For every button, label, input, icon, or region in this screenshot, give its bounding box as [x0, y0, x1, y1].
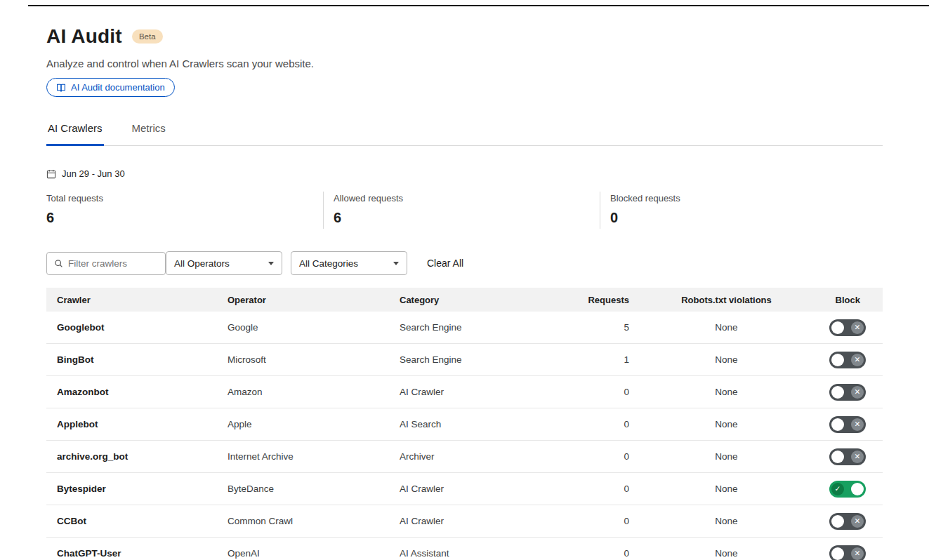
operator-cell: Common Crawl [228, 516, 400, 526]
toggle-knob [831, 354, 844, 366]
category-cell: Search Engine [400, 322, 561, 333]
stat-label: Allowed requests [334, 193, 600, 204]
ai-audit-page: AI Audit Beta Analyze and control when A… [0, 25, 929, 560]
operators-dropdown[interactable]: All Operators [166, 251, 282, 275]
block-toggle[interactable] [829, 384, 866, 401]
block-toggle[interactable] [829, 319, 866, 336]
category-cell: Archiver [400, 451, 561, 462]
table-row: BingBot Microsoft Search Engine 1 None [46, 344, 883, 376]
documentation-link-label: AI Audit documentation [71, 82, 165, 93]
page-title: AI Audit [46, 25, 122, 48]
violations-cell: None [629, 354, 824, 365]
table-body: Googlebot Google Search Engine 5 None Bi… [46, 312, 883, 560]
requests-cell: 0 [561, 387, 629, 397]
table-row: Amazonbot Amazon AI Crawler 0 None [46, 376, 883, 408]
table-row: CCBot Common Crawl AI Crawler 0 None [46, 505, 883, 538]
categories-dropdown[interactable]: All Categories [291, 251, 407, 275]
toggle-state-icon [831, 483, 844, 495]
toggle-knob [831, 386, 844, 399]
block-toggle[interactable] [829, 448, 866, 465]
toggle-state-icon [851, 321, 864, 334]
tab-bar: AI Crawlers Metrics [46, 115, 883, 146]
toggle-state-icon [851, 515, 864, 528]
requests-cell: 0 [561, 451, 629, 462]
stat-total-requests: Total requests 6 [46, 192, 323, 229]
toggle-knob [831, 321, 844, 334]
stat-label: Blocked requests [610, 193, 876, 204]
toggle-state-icon [851, 386, 864, 399]
block-toggle[interactable] [829, 352, 866, 368]
column-header-block: Block [824, 295, 883, 305]
operator-cell: Amazon [228, 387, 400, 397]
table-row: Googlebot Google Search Engine 5 None [46, 312, 883, 344]
block-cell [824, 384, 883, 401]
stat-allowed-requests: Allowed requests 6 [323, 192, 600, 229]
crawler-cell: ChatGPT-User [46, 548, 228, 559]
column-header-requests: Requests [561, 295, 629, 305]
crawler-search[interactable] [46, 252, 166, 275]
violations-cell: None [629, 548, 824, 559]
table-row: Bytespider ByteDance AI Crawler 0 None [46, 473, 883, 505]
documentation-link[interactable]: AI Audit documentation [46, 78, 175, 97]
category-cell: AI Crawler [400, 516, 561, 526]
block-toggle[interactable] [829, 513, 866, 530]
crawler-cell: Googlebot [46, 322, 228, 333]
search-input[interactable] [68, 258, 158, 269]
block-toggle[interactable] [829, 545, 866, 560]
crawler-cell: BingBot [46, 354, 228, 365]
chevron-down-icon [393, 262, 399, 265]
operator-cell: Internet Archive [228, 451, 400, 462]
stats-row: Total requests 6 Allowed requests 6 Bloc… [46, 192, 883, 229]
category-cell: AI Assistant [400, 548, 561, 559]
beta-badge: Beta [132, 29, 163, 44]
block-toggle[interactable] [829, 416, 866, 433]
chevron-down-icon [268, 262, 274, 265]
requests-cell: 5 [561, 322, 629, 333]
stat-value: 6 [46, 210, 323, 226]
date-range-label: Jun 29 - Jun 30 [62, 168, 125, 179]
crawler-cell: CCBot [46, 516, 228, 526]
block-cell [824, 513, 883, 530]
operator-cell: ByteDance [228, 484, 400, 494]
tab-ai-crawlers[interactable]: AI Crawlers [46, 115, 104, 146]
operator-cell: Google [228, 322, 400, 333]
requests-cell: 0 [561, 419, 629, 429]
stat-label: Total requests [46, 193, 323, 204]
table-header-row: Crawler Operator Category Requests Robot… [46, 288, 883, 312]
violations-cell: None [629, 419, 824, 429]
requests-cell: 0 [561, 548, 629, 559]
operator-cell: Apple [228, 419, 400, 429]
toggle-knob [831, 515, 844, 528]
clear-all-button[interactable]: Clear All [427, 258, 463, 269]
toggle-state-icon [851, 354, 864, 366]
page-header: AI Audit Beta [46, 25, 883, 48]
window-top-border [28, 5, 929, 6]
category-cell: AI Search [400, 419, 561, 429]
block-cell [824, 448, 883, 465]
block-cell [824, 416, 883, 433]
categories-dropdown-value: All Categories [299, 258, 358, 269]
stat-value: 0 [610, 210, 876, 226]
crawler-cell: Amazonbot [46, 387, 228, 397]
toggle-knob [831, 547, 844, 560]
block-toggle[interactable] [829, 481, 866, 498]
block-cell [824, 352, 883, 368]
crawler-cell: Applebot [46, 419, 228, 429]
operators-dropdown-value: All Operators [174, 258, 230, 269]
category-cell: Search Engine [400, 354, 561, 365]
operator-cell: OpenAI [228, 548, 400, 559]
calendar-icon [46, 169, 56, 179]
violations-cell: None [629, 322, 824, 333]
page-subtitle: Analyze and control when AI Crawlers sca… [46, 58, 883, 69]
column-header-operator: Operator [228, 295, 400, 305]
table-row: Applebot Apple AI Search 0 None [46, 408, 883, 441]
block-cell [824, 545, 883, 560]
date-range-picker[interactable]: Jun 29 - Jun 30 [46, 168, 125, 179]
filter-toolbar: All Operators All Categories Clear All [46, 251, 883, 275]
toggle-state-icon [851, 418, 864, 431]
toggle-knob [851, 483, 864, 495]
toggle-knob [831, 451, 844, 463]
tab-metrics[interactable]: Metrics [131, 115, 167, 146]
category-cell: AI Crawler [400, 484, 561, 494]
toggle-knob [831, 418, 844, 431]
